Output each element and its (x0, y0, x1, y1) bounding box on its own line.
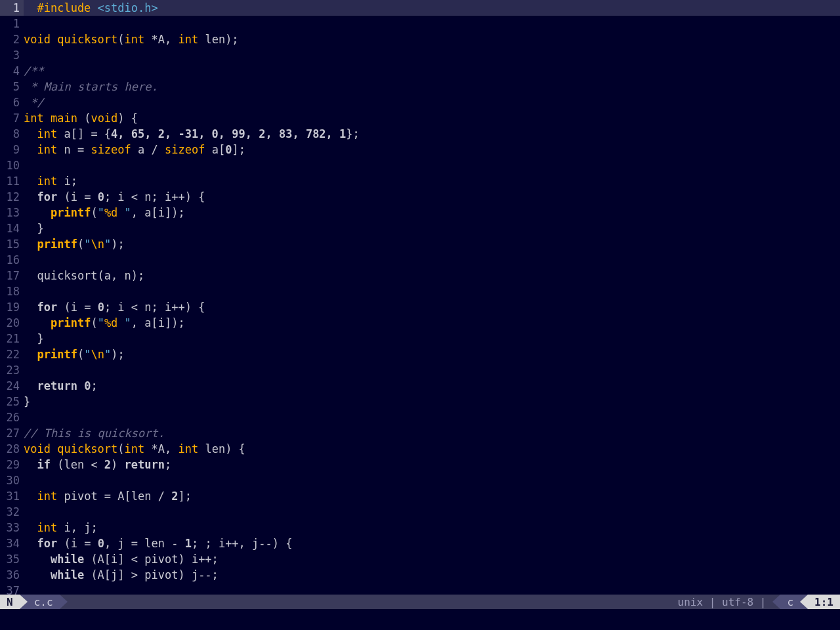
code-line[interactable]: 17 quicksort(a, n); (0, 268, 840, 284)
separator-icon (800, 595, 808, 609)
line-number: 1 (0, 0, 24, 16)
code-line[interactable]: 26 (0, 410, 840, 425)
code-line[interactable]: 13 printf("%d ", a[i]); (0, 205, 840, 220)
line-number: 37 (0, 583, 24, 595)
line-number: 12 (0, 189, 24, 205)
line-number: 4 (0, 63, 24, 79)
line-number: 10 (0, 158, 24, 173)
line-number: 29 (0, 457, 24, 472)
code-line[interactable]: 4/** (0, 63, 840, 79)
code-line[interactable]: 21 } (0, 331, 840, 346)
line-number: 36 (0, 567, 24, 583)
separator-icon (20, 595, 28, 609)
line-number: 30 (0, 472, 24, 488)
code-line[interactable]: 1 (0, 16, 840, 32)
line-number: 20 (0, 315, 24, 331)
line-number: 31 (0, 488, 24, 504)
line-number: 11 (0, 173, 24, 189)
code-line[interactable]: 16 (0, 252, 840, 268)
line-number: 16 (0, 252, 24, 268)
code-line[interactable]: 3 (0, 47, 840, 63)
code-line[interactable]: 11 int i; (0, 173, 840, 189)
line-number: 15 (0, 236, 24, 252)
command-area[interactable] (0, 609, 840, 630)
filename: c.c (28, 595, 60, 609)
line-number: 5 (0, 79, 24, 94)
code-line[interactable]: 36 while (A[j] > pivot) j--; (0, 567, 840, 583)
code-line[interactable]: 35 while (A[i] < pivot) i++; (0, 551, 840, 567)
vim-editor: 1 #include <stdio.h> 1 2void quicksort(i… (0, 0, 840, 630)
line-number: 14 (0, 220, 24, 236)
code-line[interactable]: 28void quicksort(int *A, int len) { (0, 441, 840, 457)
code-line[interactable]: 15 printf("\n"); (0, 236, 840, 252)
line-number: 23 (0, 362, 24, 378)
line-number: 33 (0, 520, 24, 536)
cursor-position: 1:1 (808, 595, 840, 609)
code-line[interactable]: 14 } (0, 220, 840, 236)
code-text: #include <stdio.h> (24, 0, 840, 16)
line-number: 27 (0, 425, 24, 441)
code-line[interactable]: 31 int pivot = A[len / 2]; (0, 488, 840, 504)
code-line[interactable]: 24 return 0; (0, 378, 840, 394)
line-number: 17 (0, 268, 24, 284)
code-line[interactable]: 20 printf("%d ", a[i]); (0, 315, 840, 331)
code-line[interactable]: 6 */ (0, 94, 840, 110)
status-line: N c.c unix | utf-8 | c 1:1 (0, 595, 840, 609)
code-line[interactable]: 32 (0, 504, 840, 520)
code-line[interactable]: 2void quicksort(int *A, int len); (0, 32, 840, 47)
line-number: 21 (0, 331, 24, 346)
code-buffer[interactable]: 1 #include <stdio.h> 1 2void quicksort(i… (0, 0, 840, 595)
code-line[interactable]: 7int main (void) { (0, 110, 840, 126)
line-number: 3 (0, 47, 24, 63)
fileinfo: unix | utf-8 | (671, 595, 773, 609)
code-line[interactable]: 9 int n = sizeof a / sizeof a[0]; (0, 142, 840, 158)
line-number: 8 (0, 126, 24, 142)
line-number: 9 (0, 142, 24, 158)
line-number: 26 (0, 410, 24, 425)
line-number: 24 (0, 378, 24, 394)
filetype: c (780, 595, 800, 609)
code-line[interactable]: 33 int i, j; (0, 520, 840, 536)
line-number: 35 (0, 551, 24, 567)
code-line[interactable]: 34 for (i = 0, j = len - 1; ; i++, j--) … (0, 536, 840, 551)
code-line[interactable]: 5 * Main starts here. (0, 79, 840, 94)
line-number: 2 (0, 32, 24, 47)
code-line[interactable]: 12 for (i = 0; i < n; i++) { (0, 189, 840, 205)
code-line[interactable]: 30 (0, 472, 840, 488)
code-line[interactable]: 19 for (i = 0; i < n; i++) { (0, 299, 840, 315)
line-number: 7 (0, 110, 24, 126)
code-line[interactable]: 23 (0, 362, 840, 378)
line-number: 28 (0, 441, 24, 457)
line-number: 34 (0, 536, 24, 551)
separator-icon (60, 595, 68, 609)
code-line[interactable]: 10 (0, 158, 840, 173)
code-line[interactable]: 37 (0, 583, 840, 595)
line-number: 1 (0, 16, 24, 32)
code-line[interactable]: 27// This is quicksort. (0, 425, 840, 441)
code-line[interactable]: 18 (0, 284, 840, 299)
mode-indicator: N (0, 595, 20, 609)
code-line[interactable]: 8 int a[] = {4, 65, 2, -31, 0, 99, 2, 83… (0, 126, 840, 142)
line-number: 22 (0, 346, 24, 362)
line-number: 25 (0, 394, 24, 410)
code-line[interactable]: 25} (0, 394, 840, 410)
line-number: 18 (0, 284, 24, 299)
line-number: 13 (0, 205, 24, 220)
line-number: 6 (0, 94, 24, 110)
separator-icon (772, 595, 780, 609)
code-line[interactable]: 22 printf("\n"); (0, 346, 840, 362)
line-number: 32 (0, 504, 24, 520)
code-line[interactable]: 1 #include <stdio.h> (0, 0, 840, 16)
code-line[interactable]: 29 if (len < 2) return; (0, 457, 840, 472)
line-number: 19 (0, 299, 24, 315)
